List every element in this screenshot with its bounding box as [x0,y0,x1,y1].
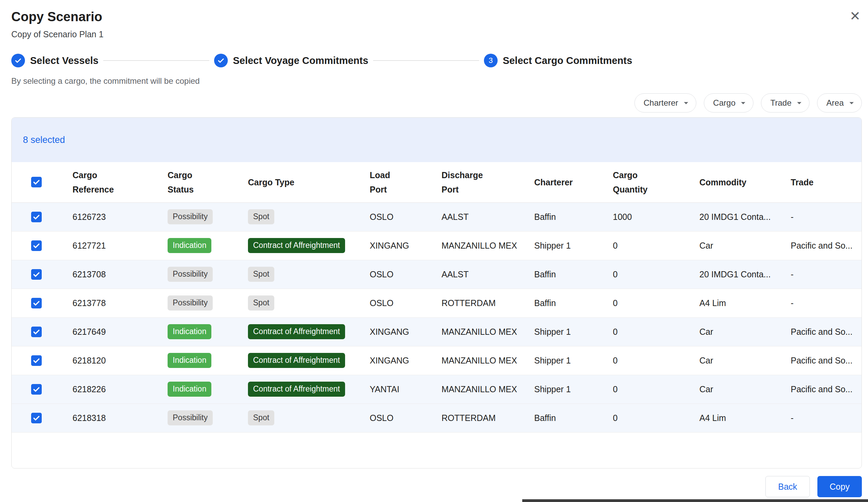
cargo-type-badge: Contract of Affreightment [248,353,345,368]
step-label: Select Voyage Commitments [233,55,368,66]
cargo-status-cell: Possibility [168,260,248,289]
commodity-cell: A4 Lim [699,404,791,432]
commodity-cell: Car [699,317,791,346]
table-row[interactable]: 6218318 Possibility Spot OSLO ROTTERDAM … [12,404,861,432]
helper-text: By selecting a cargo, the commitment wil… [11,76,862,86]
row-checkbox[interactable] [31,269,42,280]
cargo-status-badge: Indication [168,324,211,339]
cargo-reference-cell: 6218120 [72,346,168,375]
check-icon [32,356,41,365]
cargo-quantity-cell: 0 [613,289,699,317]
close-icon[interactable]: ✕ [849,10,860,23]
cargo-type-badge: Spot [248,267,274,282]
column-header-load-port: Load Port [370,162,442,202]
commodity-cell: 20 IMDG1 Conta... [699,202,791,231]
dialog-footer: Back Copy [11,476,862,497]
cargo-reference-cell: 6126723 [72,202,168,231]
commodity-cell: Car [699,231,791,260]
filter-trade[interactable]: Trade [761,93,809,113]
discharge-port-cell: ROTTERDAM [442,404,534,432]
row-checkbox[interactable] [31,355,42,366]
cargo-type-badge: Spot [248,295,274,311]
charterer-cell: Shipper 1 [534,231,613,260]
table-row[interactable]: 6218226 Indication Contract of Affreight… [12,375,861,404]
table-header-row: Cargo Reference Cargo Status Cargo Type … [12,162,861,202]
select-all-header-cell [12,162,72,202]
filter-label: Charterer [644,98,678,108]
check-icon [32,241,41,250]
table-row[interactable]: 6218120 Indication Contract of Affreight… [12,346,861,375]
step-complete-check-icon [11,54,25,67]
filter-charterer[interactable]: Charterer [634,93,696,113]
row-checkbox[interactable] [31,384,42,395]
cargo-status-cell: Possibility [168,404,248,432]
cargo-quantity-cell: 0 [613,317,699,346]
column-header-cargo-reference: Cargo Reference [72,162,168,202]
cargo-status-badge: Indication [168,353,211,368]
cargo-quantity-cell: 0 [613,346,699,375]
back-button[interactable]: Back [765,476,810,497]
discharge-port-cell: MANZANILLO MEX [442,346,534,375]
step-select-cargo-commitments[interactable]: 3 Select Cargo Commitments [484,54,632,67]
cargo-type-badge: Spot [248,410,274,426]
check-icon [32,414,41,422]
step-complete-check-icon [214,54,228,67]
table-row[interactable]: 6213708 Possibility Spot OSLO AALST Baff… [12,260,861,289]
row-checkbox[interactable] [31,413,42,423]
row-select-cell [12,346,72,375]
dialog-subtitle: Copy of Scenario Plan 1 [11,29,862,39]
row-select-cell [12,231,72,260]
cargo-status-badge: Possibility [168,410,213,426]
filter-label: Cargo [713,98,735,108]
step-label: Select Vessels [30,55,99,66]
trade-cell: Pacific and So... [791,346,861,375]
charterer-cell: Baffin [534,260,613,289]
trade-cell: - [791,404,861,432]
filter-cargo[interactable]: Cargo [704,93,753,113]
cargo-reference-cell: 6218226 [72,375,168,404]
cargo-type-cell: Spot [248,260,370,289]
cargo-type-cell: Contract of Affreightment [248,375,370,404]
row-checkbox[interactable] [31,298,42,308]
table-row[interactable]: 6127721 Indication Contract of Affreight… [12,231,861,260]
row-select-cell [12,404,72,432]
select-all-checkbox[interactable] [31,177,42,187]
cargo-type-cell: Contract of Affreightment [248,317,370,346]
row-checkbox[interactable] [31,326,42,337]
charterer-cell: Baffin [534,202,613,231]
cargo-type-badge: Contract of Affreightment [248,238,345,253]
load-port-cell: XINGANG [370,346,442,375]
table-row[interactable]: 6126723 Possibility Spot OSLO AALST Baff… [12,202,861,231]
charterer-cell: Baffin [534,289,613,317]
column-header-cargo-type: Cargo Type [248,162,370,202]
cargo-status-cell: Possibility [168,289,248,317]
cargo-type-cell: Spot [248,404,370,432]
cargo-status-cell: Indication [168,346,248,375]
row-checkbox[interactable] [31,212,42,222]
column-header-trade: Trade [791,162,861,202]
stepper: Select Vessels Select Voyage Commitments… [11,54,862,67]
trade-cell: Pacific and So... [791,231,861,260]
column-header-cargo-status: Cargo Status [168,162,248,202]
cargo-reference-cell: 6127721 [72,231,168,260]
trade-cell: Pacific and So... [791,317,861,346]
load-port-cell: XINGANG [370,231,442,260]
step-select-vessels[interactable]: Select Vessels [11,54,99,67]
row-checkbox[interactable] [31,240,42,251]
step-select-voyage-commitments[interactable]: Select Voyage Commitments [214,54,368,67]
table-row[interactable]: 6213778 Possibility Spot OSLO ROTTERDAM … [12,289,861,317]
table-row[interactable]: 6217649 Indication Contract of Affreight… [12,317,861,346]
load-port-cell: YANTAI [370,375,442,404]
charterer-cell: Baffin [534,404,613,432]
copy-button[interactable]: Copy [817,476,862,497]
charterer-cell: Shipper 1 [534,346,613,375]
check-icon [32,270,41,279]
filter-area[interactable]: Area [817,93,862,113]
discharge-port-cell: MANZANILLO MEX [442,317,534,346]
cargo-type-cell: Contract of Affreightment [248,346,370,375]
chevron-down-icon [794,98,804,108]
cargo-reference-cell: 6213708 [72,260,168,289]
cargo-quantity-cell: 0 [613,231,699,260]
cargo-status-cell: Indication [168,317,248,346]
check-icon [32,299,41,307]
